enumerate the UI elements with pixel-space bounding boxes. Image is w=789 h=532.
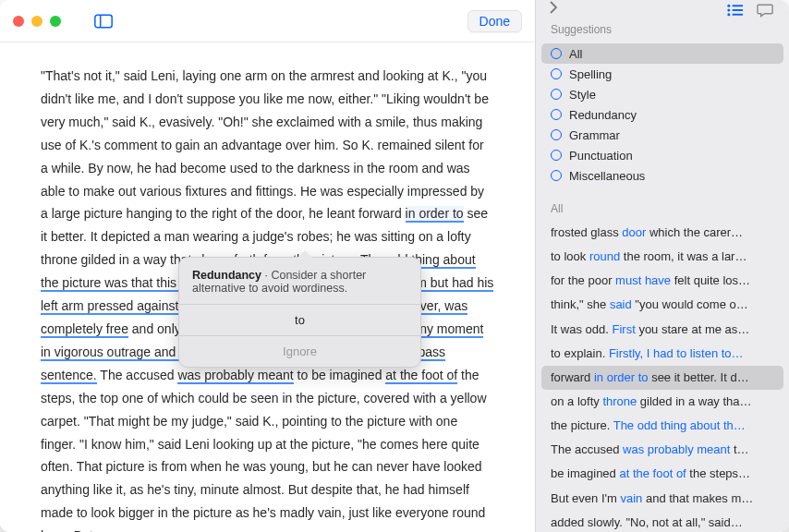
svg-point-4 (727, 8, 730, 11)
suggestion-pre: But even I'm (551, 491, 620, 505)
popover-replace-button[interactable]: to (179, 304, 420, 335)
filter-label: Spelling (569, 67, 612, 81)
suggestion-highlight: in order to (594, 370, 649, 384)
suggestion-post: which the carer… (646, 225, 743, 239)
body-text: the steps, the top one of which could be… (41, 368, 487, 532)
filter-grammar[interactable]: Grammar (541, 125, 783, 145)
filter-label: Style (569, 88, 596, 102)
filter-label: Miscellaneous (569, 169, 645, 183)
suggestion-highlight: must have (615, 273, 671, 287)
filter-miscellaneous[interactable]: Miscellaneous (541, 165, 783, 186)
body-text: The accused (97, 368, 178, 382)
svg-point-6 (727, 13, 730, 16)
suggestion-item[interactable]: the picture. The odd thing about th… (541, 414, 783, 438)
suggestion-post: the steps… (686, 466, 750, 480)
suggestion-list: frosted glass door which the carer…to lo… (536, 221, 789, 532)
radio-icon (551, 48, 562, 59)
body-text: to be imagined (294, 368, 386, 382)
filter-redundancy[interactable]: Redundancy (541, 104, 783, 125)
suggestion-highlight: vain (620, 491, 642, 505)
suggestion-highlight: The odd thing about th… (613, 418, 746, 432)
suggestion-pre: forward (551, 370, 594, 384)
suggestion-post: felt quite los… (671, 273, 750, 287)
suggestion-popover: Redundancy · Consider a shorter alternat… (178, 257, 421, 368)
highlighted-text[interactable]: was probably meant (177, 368, 293, 384)
suggestion-post: "you would come o… (632, 297, 748, 311)
suggestion-post: gilded in a way tha… (637, 394, 751, 408)
filter-style[interactable]: Style (541, 84, 783, 104)
comment-icon[interactable] (757, 3, 774, 18)
radio-icon (551, 129, 562, 140)
filter-label: All (569, 47, 582, 61)
svg-point-2 (727, 4, 730, 6)
filter-punctuation[interactable]: Punctuation (541, 145, 783, 165)
suggestion-highlight: was probably meant (623, 442, 730, 456)
suggestion-item[interactable]: forward in order to see it better. It d… (541, 366, 783, 390)
main-pane: Done "That's not it," said Leni, laying … (0, 0, 536, 532)
filter-label: Redundancy (569, 108, 637, 122)
highlighted-text[interactable]: in order to (406, 206, 464, 223)
suggestion-item[interactable]: be imagined at the foot of the steps… (541, 462, 783, 486)
suggestion-item[interactable]: It was odd. First you stare at me as… (541, 318, 783, 342)
radio-icon (551, 109, 562, 120)
suggestion-item[interactable]: But even I'm vain and that makes m… (541, 487, 783, 511)
window-controls (13, 16, 61, 27)
suggestion-highlight: throne (602, 394, 637, 408)
suggestion-item[interactable]: to explain. Firstly, I had to listen to… (541, 342, 783, 366)
suggestion-highlight: said (610, 297, 632, 311)
svg-rect-3 (733, 5, 743, 6)
svg-rect-7 (733, 13, 743, 15)
suggestion-highlight: Firstly, I had to listen to… (609, 346, 744, 360)
filter-spelling[interactable]: Spelling (541, 64, 783, 84)
suggestions-panel: Suggestions AllSpellingStyleRedundancyGr… (536, 0, 789, 532)
filter-all[interactable]: All (541, 43, 783, 64)
done-button[interactable]: Done (467, 10, 522, 32)
suggestion-item[interactable]: frosted glass door which the carer… (541, 221, 783, 245)
suggestion-item[interactable]: on a lofty throne gilded in a way tha… (541, 390, 783, 414)
suggestion-item[interactable]: The accused was probably meant t… (541, 438, 783, 462)
svg-rect-5 (733, 9, 743, 11)
minimize-icon[interactable] (31, 16, 42, 27)
suggestion-pre: frosted glass (551, 225, 622, 239)
suggestion-pre: It was odd. (551, 322, 612, 336)
svg-rect-0 (95, 15, 112, 27)
radio-icon (551, 89, 562, 100)
sidebar-icon (94, 14, 113, 29)
suggestion-pre: to explain. (551, 346, 609, 360)
suggestions-heading: All (536, 186, 789, 221)
suggestion-post: and that makes m… (642, 491, 753, 505)
suggestion-item[interactable]: added slowly. "No, not at all," said… (541, 511, 783, 532)
filters-heading: Suggestions (536, 19, 789, 43)
suggestion-post: t… (730, 442, 748, 456)
filter-label: Punctuation (569, 149, 633, 163)
suggestion-pre: the picture. (551, 418, 613, 432)
chevron-right-icon[interactable] (545, 0, 562, 19)
popover-ignore-button[interactable]: Ignore (179, 335, 420, 367)
radio-icon (551, 68, 562, 79)
suggestion-highlight: door (622, 225, 646, 239)
body-text: "That's not it," said Leni, laying one a… (41, 68, 489, 221)
highlighted-text[interactable]: at the foot of (385, 368, 457, 384)
suggestion-item[interactable]: think," she said "you would come o… (541, 293, 783, 317)
suggestion-pre: on a lofty (551, 394, 602, 408)
app-window: Done "That's not it," said Leni, laying … (0, 0, 789, 532)
suggestion-post: the room, it was a lar… (620, 249, 747, 263)
sidebar-toggle-button[interactable] (94, 14, 113, 29)
popover-title: Redundancy · Consider a shorter alternat… (192, 269, 407, 295)
suggestion-item[interactable]: to look round the room, it was a lar… (541, 245, 783, 269)
zoom-icon[interactable] (50, 16, 61, 27)
suggestion-pre: be imagined (551, 466, 619, 480)
filter-list: AllSpellingStyleRedundancyGrammarPunctua… (536, 43, 789, 186)
list-view-icon[interactable] (726, 3, 744, 18)
suggestion-post: see it better. It d… (649, 370, 749, 384)
toolbar: Done (0, 0, 535, 42)
radio-icon (551, 170, 562, 181)
radio-icon (551, 150, 562, 161)
suggestion-post: you stare at me as… (636, 322, 750, 336)
suggestion-pre: think," she (551, 297, 610, 311)
suggestion-highlight: at the foot of (619, 466, 686, 480)
suggestion-highlight: First (612, 322, 635, 336)
close-icon[interactable] (13, 16, 24, 27)
suggestion-item[interactable]: for the poor must have felt quite los… (541, 269, 783, 293)
suggestion-pre: for the poor (551, 273, 615, 287)
